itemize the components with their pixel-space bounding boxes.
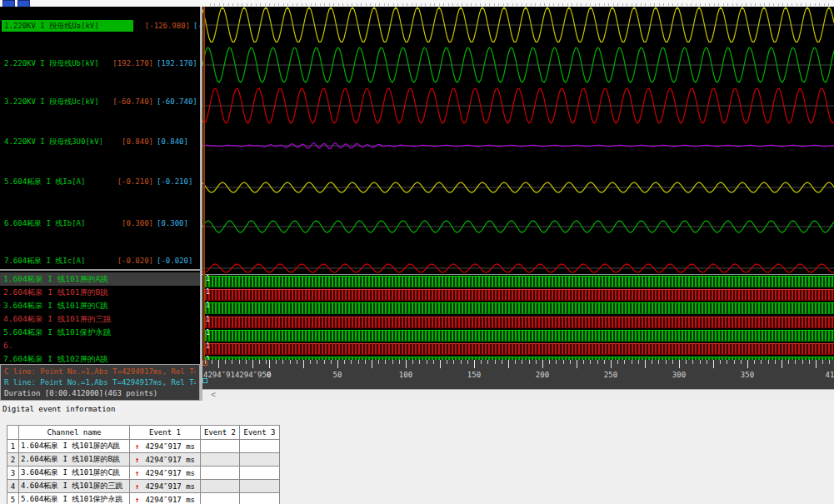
event1-time: 4294″917 ms: [145, 482, 195, 491]
digital-channel-row[interactable]: 7.604柘泉 I 线102屏的A跳: [0, 352, 200, 364]
event-table-row[interactable]: 33.604柘泉 I 线101屏的C跳↑4294″917 ms: [7, 467, 280, 480]
analog-channel-label[interactable]: 7.604柘泉 I 线Ic[A]: [2, 255, 102, 267]
axis-tick-label: 412: [826, 371, 834, 379]
event2-cell: [201, 467, 240, 480]
digital-state-value: 1: [206, 329, 210, 337]
event1-time: 4294″917 ms: [145, 496, 195, 504]
clipped-title-text: [210, 3, 831, 6]
event-row-number: 4: [7, 480, 19, 493]
analog-channel-row[interactable]: 7.604柘泉 I 线Ic[A][-0.020][-0.020]: [2, 255, 200, 267]
event-table-row[interactable]: 22.604柘泉 I 线101屏的B跳↑4294″917 ms: [7, 453, 280, 467]
axis-tick-label: 0: [267, 371, 271, 379]
c-line-value: [0.840]: [102, 136, 153, 147]
fault-waveform-viewer: 1.220KV I 段母线Ua[kV][-126.980][-126.980]2…: [0, 0, 834, 504]
digital-channel-row[interactable]: 6.: [0, 339, 200, 352]
c-line-marker-icon[interactable]: [202, 361, 207, 366]
analog-channel-label[interactable]: 3.220KV I 段母线Uc[kV]: [2, 96, 102, 107]
digital-channel-row[interactable]: 3.604柘泉 I 线101屏的C跳: [0, 299, 200, 312]
digital-state-value: 1: [206, 316, 210, 324]
c-line-value: [-0.210]: [102, 176, 153, 187]
col-event1: Event 1: [130, 426, 201, 440]
event1-time: 4294″917 ms: [145, 456, 195, 464]
axis-tick-label: 300: [672, 371, 686, 379]
event-table-row[interactable]: 44.604柘泉 I 线101屏的三跳↑4294″917 ms: [7, 480, 280, 493]
axis-tick-label: 350: [741, 371, 754, 379]
c-line-value: [-60.740]: [102, 96, 153, 107]
event2-cell: [201, 493, 240, 504]
rising-edge-icon: ↑: [135, 482, 139, 491]
analog-channel-row[interactable]: 4.220KV I 段母线3U0[kV][0.840][0.840]: [2, 136, 200, 147]
digital-waveforms[interactable]: 1111111: [202, 274, 834, 360]
col-num: [7, 426, 19, 440]
digital-state-bar[interactable]: 1: [205, 330, 834, 342]
col-event3: Event 3: [240, 426, 280, 440]
c-line-value: [0.300]: [102, 217, 153, 229]
r-line-value: [-0.020]: [157, 255, 200, 267]
c-line-value: [-0.020]: [102, 255, 153, 267]
event3-cell: [240, 480, 280, 493]
axis-absolute-time-label: 4294″914294″950: [203, 371, 271, 379]
event-table-row[interactable]: 55.604柘泉 I 线101保护永跳↑4294″917 ms: [7, 493, 280, 504]
event-row-number: 5: [7, 493, 19, 504]
axis-tick-label: 200: [536, 371, 549, 379]
digital-channel-row[interactable]: 2.604柘泉 I 线101屏的B跳: [0, 286, 200, 299]
event-channel-name: 4.604柘泉 I 线101屏的三跳: [19, 480, 130, 493]
digital-state-bar[interactable]: 1: [205, 289, 834, 301]
r-line-value: [0.300]: [157, 217, 200, 229]
analog-channel-row[interactable]: 5.604柘泉 I 线Ia[A][-0.210][-0.210]: [2, 176, 200, 187]
event3-cell: [240, 440, 280, 453]
horizontal-scrollbar[interactable]: <: [202, 389, 834, 401]
r-line-value: [-60.740]: [157, 96, 200, 107]
event-channel-name: 1.604柘泉 I 线101屏的A跳: [19, 440, 130, 453]
axis-major-ticks: [202, 360, 834, 368]
event3-cell: [240, 467, 280, 480]
c-line-value: [192.170]: [102, 57, 153, 69]
event-table-header: Channel name Event 1 Event 2 Event 3: [7, 426, 280, 440]
scroll-left-icon[interactable]: <: [211, 390, 216, 399]
event-channel-name: 3.604柘泉 I 线101屏的C跳: [19, 467, 130, 480]
event1-cell: ↑4294″917 ms: [130, 467, 201, 480]
cursor-line[interactable]: [203, 7, 205, 360]
time-axis[interactable]: 4294″914294″950 050100150200250300350412: [202, 360, 834, 389]
digital-state-value: 1: [206, 302, 210, 310]
event-info-section: Digital event information Channel name E…: [0, 401, 834, 504]
analog-channel-label[interactable]: 4.220KV I 段母线3U0[kV]: [2, 136, 102, 147]
digital-state-bar[interactable]: 1: [205, 276, 834, 287]
r-line-value: [192.170]: [157, 57, 200, 69]
digital-state-bar[interactable]: 1: [205, 343, 834, 355]
event1-time: 4294″917 ms: [145, 469, 195, 477]
analog-channel-row[interactable]: 6.604柘泉 I 线Ib[A][0.300][0.300]: [2, 217, 200, 229]
analog-channel-row[interactable]: 2.220KV I 段母线Ub[kV][192.170][192.170]: [2, 57, 200, 69]
axis-tick-label: 150: [467, 371, 481, 379]
digital-channel-list: 1.604柘泉 I 线101屏的A跳2.604柘泉 I 线101屏的B跳3.60…: [0, 269, 200, 364]
digital-state-bar[interactable]: 1: [205, 302, 834, 314]
analog-channel-label[interactable]: 5.604柘泉 I 线Ia[A]: [2, 176, 102, 187]
duration-status: Duration [0:00.412000](463 points): [4, 388, 196, 399]
event1-time: 4294″917 ms: [145, 442, 195, 451]
analog-channel-label[interactable]: 2.220KV I 段母线Ub[kV]: [2, 57, 102, 69]
rising-edge-icon: ↑: [135, 469, 139, 477]
digital-channel-row[interactable]: 5.604柘泉 I 线101保护永跳: [0, 326, 200, 339]
col-channel-name: Channel name: [19, 426, 130, 440]
event-row-number: 1: [7, 440, 19, 453]
analog-channel-label[interactable]: 1.220KV I 段母线Ua[kV]: [2, 20, 133, 32]
event3-cell: [240, 493, 280, 504]
axis-tick-label: 100: [399, 371, 412, 379]
waveform-area[interactable]: 1111111: [202, 7, 834, 360]
digital-state-value: 1: [206, 275, 210, 283]
analog-channel-row[interactable]: 1.220KV I 段母线Ua[kV][-126.980][-126.980]: [2, 20, 200, 32]
analog-channel-row[interactable]: 3.220KV I 段母线Uc[kV][-60.740][-60.740]: [2, 96, 200, 107]
digital-channel-row[interactable]: 4.604柘泉 I 线101屏的三跳: [0, 312, 200, 326]
event-row-number: 3: [7, 467, 19, 480]
event2-cell: [201, 453, 240, 467]
digital-channel-row[interactable]: 1.604柘泉 I 线101屏的A跳: [0, 272, 200, 286]
analog-waveforms[interactable]: [202, 7, 834, 275]
event3-cell: [240, 453, 280, 467]
event-table-row[interactable]: 11.604柘泉 I 线101屏的A跳↑4294″917 ms: [7, 440, 280, 453]
rising-edge-icon: ↑: [135, 442, 139, 451]
r-line-value: [0.840]: [157, 136, 200, 147]
axis-tick-label: 50: [333, 371, 342, 379]
analog-channel-label[interactable]: 6.604柘泉 I 线Ib[A]: [2, 217, 102, 229]
digital-state-bar[interactable]: 1: [205, 317, 834, 328]
c-line-status: C line: Point No.=1,Abs T=4294917ms, Rel…: [4, 367, 196, 377]
